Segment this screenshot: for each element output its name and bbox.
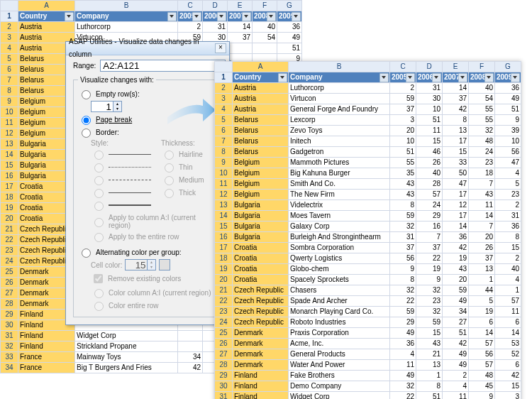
cell[interactable]: 5	[495, 179, 521, 190]
cell[interactable]: 48	[469, 371, 495, 381]
cell[interactable]: 13	[416, 360, 443, 371]
cell[interactable]: 7	[469, 222, 495, 232]
cell[interactable]: Finland	[233, 371, 289, 381]
row-number[interactable]: 12	[1, 129, 18, 139]
cell[interactable]: 2	[495, 200, 521, 211]
cell[interactable]: 32	[390, 285, 416, 296]
cell[interactable]: 37	[390, 243, 416, 253]
cell[interactable]: Croatia	[233, 253, 289, 264]
row-number[interactable]: 24	[215, 317, 233, 328]
range-input[interactable]	[100, 60, 226, 72]
cell[interactable]: 49	[443, 296, 469, 307]
cell[interactable]: Globo-chem	[289, 264, 390, 275]
cell[interactable]: Austria	[233, 94, 289, 104]
cell[interactable]: 14	[469, 211, 495, 222]
cell[interactable]: 49	[390, 328, 416, 339]
row-number[interactable]: 17	[1, 182, 18, 192]
cell[interactable]: 37	[416, 243, 443, 253]
radio-empty-rows[interactable]	[82, 90, 91, 99]
cell[interactable]: Luthorcorp	[75, 22, 178, 33]
cell[interactable]: 32	[390, 222, 416, 232]
cell[interactable]: Austria	[18, 22, 75, 33]
row-number[interactable]: 15	[1, 160, 18, 171]
cell[interactable]: Acme, Inc.	[289, 339, 390, 349]
cell[interactable]: 8	[416, 381, 443, 392]
row-number[interactable]: 13	[1, 139, 18, 150]
row-number[interactable]: 22	[1, 235, 18, 246]
cell[interactable]: Denmark	[233, 349, 289, 360]
cell[interactable]: 22	[390, 392, 416, 400]
cell[interactable]: Bulgaria	[233, 200, 289, 211]
table-header[interactable]: Country	[233, 72, 289, 83]
cell[interactable]: Lexcorp	[289, 115, 390, 126]
cell[interactable]: 6	[495, 317, 521, 328]
cell[interactable]: 56	[469, 349, 495, 360]
col-header[interactable]: E	[443, 62, 469, 72]
cell[interactable]: 49	[443, 360, 469, 371]
cell[interactable]: Fake Brothers	[289, 371, 390, 381]
row-number[interactable]: 33	[1, 352, 18, 363]
row-number[interactable]: 9	[1, 97, 18, 107]
col-header[interactable]: E	[228, 1, 253, 11]
row-number[interactable]: 24	[1, 256, 18, 267]
cell[interactable]: 31	[495, 211, 521, 222]
cell[interactable]: 47	[495, 158, 521, 168]
cell[interactable]: 54	[469, 94, 495, 104]
row-number[interactable]: 4	[1, 43, 18, 54]
cell[interactable]: 22	[390, 296, 416, 307]
cell[interactable]: 57	[495, 296, 521, 307]
cell[interactable]: 53	[495, 339, 521, 349]
cell[interactable]: 57	[469, 360, 495, 371]
cell[interactable]: 15	[495, 381, 521, 392]
cell[interactable]: Czech Republic	[233, 317, 289, 328]
cell[interactable]	[253, 43, 277, 54]
cell[interactable]: 54	[253, 33, 277, 43]
cell[interactable]: 59	[390, 94, 416, 104]
row-number[interactable]: 25	[215, 328, 233, 339]
cell[interactable]: France	[18, 352, 75, 363]
cell[interactable]: 15	[443, 147, 469, 158]
cell[interactable]: Demo Company	[289, 381, 390, 392]
row-number[interactable]: 29	[1, 310, 18, 320]
row-number[interactable]: 30	[215, 381, 233, 392]
cell[interactable]: 19	[416, 264, 443, 275]
radio-page-break[interactable]	[82, 116, 91, 125]
cell[interactable]: 34	[443, 307, 469, 317]
col-header[interactable]: C	[178, 1, 203, 11]
cell[interactable]: 8	[495, 232, 521, 243]
cell[interactable]: 4	[443, 381, 469, 392]
cell[interactable]: Croatia	[233, 275, 289, 285]
table-header[interactable]: 2008	[253, 11, 277, 22]
cell[interactable]: 56	[495, 147, 521, 158]
cell[interactable]: 22	[416, 253, 443, 264]
cell[interactable]: 42	[443, 104, 469, 115]
cell[interactable]: 49	[277, 33, 302, 43]
cell[interactable]: Czech Republic	[233, 307, 289, 317]
cell[interactable]: 55	[469, 115, 495, 126]
filter-icon[interactable]	[406, 73, 415, 82]
filter-icon[interactable]	[278, 73, 287, 82]
cell[interactable]: 14	[443, 222, 469, 232]
row-number[interactable]: 27	[215, 349, 233, 360]
row-number[interactable]: 21	[1, 224, 18, 235]
cell[interactable]: Galaxy Corp	[289, 222, 390, 232]
cell[interactable]: Bulgaria	[233, 222, 289, 232]
cell[interactable]: Austria	[233, 104, 289, 115]
cell[interactable]: 10	[495, 136, 521, 147]
cell[interactable]: Austria	[233, 83, 289, 94]
cell[interactable]: The New Firm	[289, 190, 390, 200]
cell[interactable]: 32	[416, 307, 443, 317]
cell[interactable]: 43	[390, 190, 416, 200]
cell[interactable]: 13	[469, 264, 495, 275]
cell[interactable]: 1	[416, 371, 443, 381]
row-number[interactable]: 5	[215, 115, 233, 126]
cell[interactable]: 27	[443, 317, 469, 328]
cell[interactable]: Chasers	[289, 285, 390, 296]
cell[interactable]: 2	[178, 22, 203, 33]
cell[interactable]: 8	[390, 200, 416, 211]
cell[interactable]: 14	[469, 328, 495, 339]
table-header[interactable]: 2005	[178, 11, 203, 22]
table-header[interactable]: Company	[289, 72, 390, 83]
table-header[interactable]: Company	[75, 11, 178, 22]
cell[interactable]: Monarch Playing Card Co.	[289, 307, 390, 317]
